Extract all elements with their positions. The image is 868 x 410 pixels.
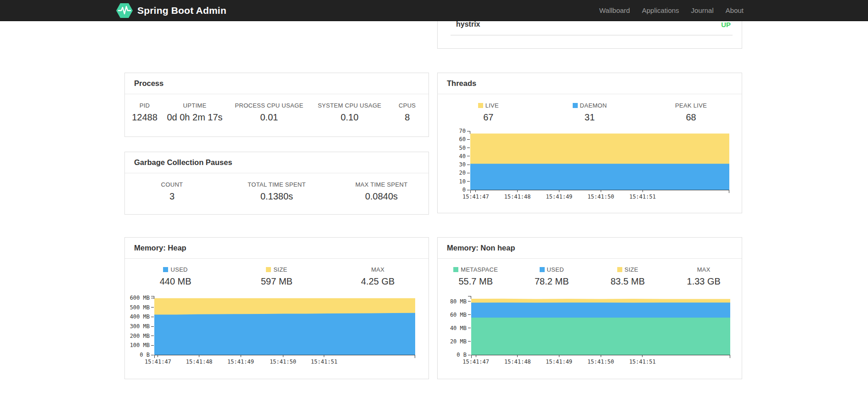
card-title: Threads bbox=[438, 73, 742, 94]
stat-label: MAX bbox=[666, 266, 742, 273]
svg-text:300 MB: 300 MB bbox=[130, 323, 150, 330]
svg-text:70: 70 bbox=[459, 128, 466, 134]
size-legend-swatch bbox=[617, 267, 622, 272]
stat-label: CPUS bbox=[386, 102, 428, 109]
stat-label: PROCESS CPU USAGE bbox=[225, 102, 313, 109]
svg-text:15:41:51: 15:41:51 bbox=[311, 359, 338, 365]
application-name[interactable]: hystrix bbox=[451, 20, 480, 28]
nav-item-applications[interactable]: Applications bbox=[636, 6, 685, 14]
stat-label: PEAK LIVE bbox=[640, 102, 742, 109]
svg-text:400 MB: 400 MB bbox=[130, 313, 150, 320]
svg-text:15:41:47: 15:41:47 bbox=[462, 194, 489, 200]
stat-value: 1.33 GB bbox=[666, 276, 742, 287]
stat-label: UPTIME bbox=[164, 102, 225, 109]
stat-label: MAX TIME SPENT bbox=[334, 181, 428, 188]
card-title: Memory: Non heap bbox=[438, 238, 742, 259]
svg-text:15:41:48: 15:41:48 bbox=[504, 359, 531, 365]
threads-chart: 15:41:4715:41:4815:41:4915:41:5015:41:51… bbox=[441, 127, 735, 203]
stat-value: 31 bbox=[539, 112, 641, 123]
stat-value: 83.5 MB bbox=[590, 276, 666, 287]
nonheap-memory-chart: 15:41:4715:41:4815:41:4915:41:5015:41:51… bbox=[443, 292, 737, 365]
brand-link[interactable]: Spring Boot Admin bbox=[116, 3, 226, 18]
daemon-legend-swatch bbox=[573, 103, 578, 108]
svg-text:15:41:50: 15:41:50 bbox=[587, 194, 614, 200]
stat-value: 440 MB bbox=[125, 276, 226, 287]
stat-pid: PID 12488 bbox=[125, 102, 164, 123]
stat-system-cpu-usage: SYSTEM CPU USAGE 0.10 bbox=[313, 102, 386, 123]
stat-max-time-spent: MAX TIME SPENT 0.0840s bbox=[334, 181, 428, 202]
stat-max: MAX 4.25 GB bbox=[327, 266, 428, 287]
stat-value: 3 bbox=[125, 191, 219, 202]
svg-text:40 MB: 40 MB bbox=[450, 325, 467, 331]
stat-cpus: CPUS 8 bbox=[386, 102, 428, 123]
svg-text:15:41:49: 15:41:49 bbox=[227, 359, 254, 365]
svg-text:100 MB: 100 MB bbox=[130, 342, 150, 348]
pulse-hexagon-logo-icon bbox=[116, 3, 133, 18]
stat-label: USED bbox=[514, 266, 590, 273]
nav-item-about[interactable]: About bbox=[720, 6, 750, 14]
threads-legend: LIVE 67 DAEMON 31 PEAK LIVE 68 bbox=[438, 94, 742, 123]
used-legend-swatch bbox=[540, 267, 545, 272]
stat-size: SIZE 83.5 MB bbox=[590, 266, 666, 287]
stat-value: 78.2 MB bbox=[514, 276, 590, 287]
svg-text:10: 10 bbox=[459, 178, 466, 185]
memory-nonheap-card: Memory: Non heap METASPACE 55.7 MB USED … bbox=[437, 237, 742, 379]
metaspace-legend-swatch bbox=[453, 267, 458, 272]
svg-text:15:41:50: 15:41:50 bbox=[587, 359, 614, 365]
stat-label: MAX bbox=[327, 266, 428, 273]
stat-label: TOTAL TIME SPENT bbox=[219, 181, 334, 188]
brand-title: Spring Boot Admin bbox=[137, 5, 226, 16]
svg-text:50: 50 bbox=[459, 145, 466, 151]
svg-text:80 MB: 80 MB bbox=[450, 298, 467, 305]
process-stats: PID 12488 UPTIME 0d 0h 2m 17s PROCESS CP… bbox=[125, 94, 428, 123]
stat-uptime: UPTIME 0d 0h 2m 17s bbox=[164, 102, 225, 123]
svg-text:15:41:47: 15:41:47 bbox=[462, 359, 489, 365]
stat-used: USED 78.2 MB bbox=[514, 266, 590, 287]
threads-card: Threads LIVE 67 DAEMON 31 PEAK LIVE bbox=[437, 73, 742, 213]
svg-text:0 B: 0 B bbox=[457, 352, 467, 358]
svg-text:500 MB: 500 MB bbox=[130, 304, 150, 311]
stat-value: 0.01 bbox=[225, 112, 313, 123]
stat-value: 0.10 bbox=[313, 112, 386, 123]
stat-value: 0.0840s bbox=[334, 191, 428, 202]
process-card: Process PID 12488 UPTIME 0d 0h 2m 17s PR… bbox=[124, 73, 429, 137]
page: Spring Boot Admin Wallboard Applications… bbox=[0, 0, 868, 410]
stat-metaspace: METASPACE 55.7 MB bbox=[438, 266, 514, 287]
stat-label: PID bbox=[125, 102, 164, 109]
stat-label: COUNT bbox=[125, 181, 219, 188]
svg-text:15:41:51: 15:41:51 bbox=[629, 359, 656, 365]
svg-text:30: 30 bbox=[459, 161, 466, 168]
stat-value: 55.7 MB bbox=[438, 276, 514, 287]
stat-label: DAEMON bbox=[539, 102, 641, 109]
navbar: Spring Boot Admin Wallboard Applications… bbox=[0, 0, 868, 21]
stat-label: METASPACE bbox=[438, 266, 514, 273]
svg-text:0 B: 0 B bbox=[140, 352, 150, 358]
svg-text:15:41:47: 15:41:47 bbox=[145, 359, 171, 365]
stat-size: SIZE 597 MB bbox=[226, 266, 327, 287]
svg-text:60: 60 bbox=[459, 136, 466, 142]
stat-value: 4.25 GB bbox=[327, 276, 428, 287]
nav-item-wallboard[interactable]: Wallboard bbox=[593, 6, 636, 14]
garbage-collection-card: Garbage Collection Pauses COUNT 3 TOTAL … bbox=[124, 152, 429, 215]
stat-value: 8 bbox=[386, 112, 428, 123]
stat-live: LIVE 67 bbox=[438, 102, 539, 123]
nonheap-legend: METASPACE 55.7 MB USED 78.2 MB SIZE 83.5… bbox=[438, 259, 742, 287]
svg-text:60 MB: 60 MB bbox=[450, 312, 467, 318]
stat-label: USED bbox=[125, 266, 226, 273]
size-legend-swatch bbox=[266, 267, 271, 272]
heap-legend: USED 440 MB SIZE 597 MB MAX 4.25 GB bbox=[125, 259, 428, 287]
stat-daemon: DAEMON 31 bbox=[539, 102, 641, 123]
svg-text:15:41:48: 15:41:48 bbox=[186, 359, 213, 365]
stat-used: USED 440 MB bbox=[125, 266, 226, 287]
svg-text:15:41:50: 15:41:50 bbox=[270, 359, 296, 365]
stat-label: SIZE bbox=[590, 266, 666, 273]
stat-label: SYSTEM CPU USAGE bbox=[313, 102, 386, 109]
stat-value: 68 bbox=[640, 112, 742, 123]
svg-text:15:41:51: 15:41:51 bbox=[629, 194, 656, 200]
nav-item-journal[interactable]: Journal bbox=[685, 6, 720, 14]
svg-text:15:41:49: 15:41:49 bbox=[546, 194, 573, 200]
memory-heap-card: Memory: Heap USED 440 MB SIZE 597 MB MAX bbox=[124, 237, 429, 379]
svg-text:200 MB: 200 MB bbox=[130, 333, 150, 339]
stat-max: MAX 1.33 GB bbox=[666, 266, 742, 287]
stat-process-cpu-usage: PROCESS CPU USAGE 0.01 bbox=[225, 102, 313, 123]
